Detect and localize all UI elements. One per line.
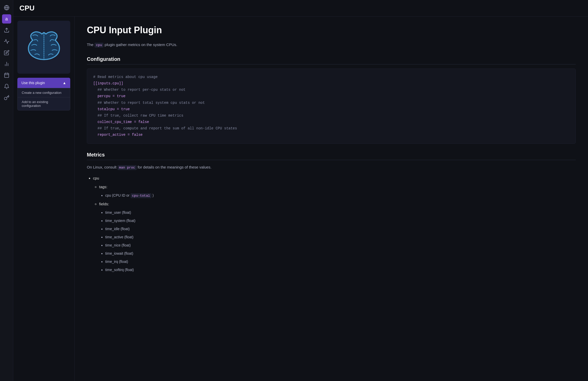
left-panel: Use this plugin ▲ Create a new configura… xyxy=(13,17,75,381)
page-header: CPU xyxy=(13,0,588,17)
metrics-intro: On Linux, consult man proc for details o… xyxy=(87,164,576,171)
bell-icon[interactable] xyxy=(2,82,11,91)
metrics-heading: Metrics xyxy=(87,152,576,160)
field-time-system: time_system (float) xyxy=(105,217,576,224)
field-time-idle: time_idle (float) xyxy=(105,225,576,232)
configuration-code-block: # Read metrics about cpu usage [[inputs.… xyxy=(87,69,576,144)
field-time-nice: time_nice (float) xyxy=(105,242,576,249)
man-proc-inline-code: man proc xyxy=(117,165,136,170)
cpu-fields-values: time_user (float) time_system (float) ti… xyxy=(99,209,576,273)
use-plugin-button[interactable]: Use this plugin ▲ xyxy=(17,78,70,88)
cpu-tags-list: tags: cpu (CPU ID or cpu-total ) fields:… xyxy=(93,183,576,273)
page-title: CPU xyxy=(19,4,582,12)
sidebar: a xyxy=(0,0,13,381)
field-time-softirq: time_softirq (float) xyxy=(105,266,576,273)
cpu-tags-values: cpu (CPU ID or cpu-total ) xyxy=(99,192,576,199)
field-time-user: time_user (float) xyxy=(105,209,576,216)
tags-item: tags: cpu (CPU ID or cpu-total ) xyxy=(99,183,576,199)
create-new-config-item[interactable]: Create a new configuration xyxy=(18,88,70,97)
field-time-irq: time_irq (float) xyxy=(105,258,576,265)
calendar-icon[interactable] xyxy=(2,71,11,80)
main-area: CPU xyxy=(13,0,588,381)
cpu-inline-code: cpu xyxy=(95,43,103,48)
activity-icon[interactable] xyxy=(2,37,11,46)
field-time-active: time_active (float) xyxy=(105,233,576,241)
plugin-image xyxy=(17,21,70,74)
metric-cpu: cpu tags: cpu (CPU ID or cpu-total ) fie xyxy=(93,174,576,273)
cpu-total-code: cpu-total xyxy=(131,193,151,198)
key-icon[interactable] xyxy=(2,93,11,102)
configuration-heading: Configuration xyxy=(87,56,576,64)
user-avatar[interactable]: a xyxy=(2,14,11,24)
upload-icon[interactable] xyxy=(2,26,11,35)
metrics-list: cpu tags: cpu (CPU ID or cpu-total ) fie xyxy=(87,174,576,273)
doc-panel: CPU Input Plugin The cpu plugin gather m… xyxy=(75,17,588,381)
plugin-intro: The cpu plugin gather metrics on the sys… xyxy=(87,42,576,48)
edit-icon[interactable] xyxy=(2,48,11,57)
plugin-title: CPU Input Plugin xyxy=(87,25,576,36)
svg-rect-5 xyxy=(4,73,9,78)
add-existing-config-item[interactable]: Add to an existing configuration xyxy=(18,97,70,110)
content-area: Use this plugin ▲ Create a new configura… xyxy=(13,17,588,381)
use-plugin-dropdown: Create a new configuration Add to an exi… xyxy=(17,88,70,110)
chart-icon[interactable] xyxy=(2,59,11,69)
field-time-iowait: time_iowait (float) xyxy=(105,250,576,257)
cpu-tag-item: cpu (CPU ID or cpu-total ) xyxy=(105,192,576,199)
globe-icon[interactable] xyxy=(2,3,11,12)
chevron-up-icon: ▲ xyxy=(63,81,66,85)
fields-item: fields: time_user (float) time_system (f… xyxy=(99,200,576,273)
